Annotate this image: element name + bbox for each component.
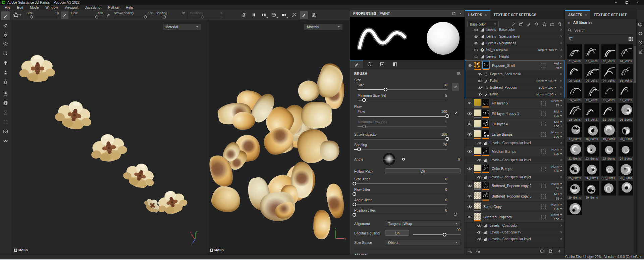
effect-blend-mode[interactable]: Sub <box>538 86 544 89</box>
remove-effect-button[interactable]: × <box>560 48 562 52</box>
tab-texture-set-settings[interactable]: TEXTURE SET SETTINGS <box>490 10 540 19</box>
asset-thumbnail[interactable] <box>567 64 582 79</box>
brush-tab[interactable] <box>350 60 363 68</box>
layer-thumbnail[interactable] <box>474 110 481 116</box>
size-row[interactable]: Size10 <box>358 82 461 92</box>
remove-effect-button[interactable]: × <box>560 55 562 58</box>
random-seed-icon[interactable] <box>453 212 458 216</box>
asset-item[interactable]: 05_Veins <box>567 64 584 83</box>
effect-opacity[interactable]: 100 <box>548 48 554 52</box>
particles-icon[interactable] <box>290 11 298 19</box>
blend-mode-dropdown[interactable]: Mul <box>554 120 559 124</box>
layer-thumbnail[interactable] <box>474 99 481 106</box>
menu-window[interactable]: Window <box>42 5 61 9</box>
asset-item[interactable] <box>619 181 636 200</box>
blend-mode-dropdown[interactable]: Norm <box>551 213 559 217</box>
layer-opacity-dropdown[interactable]: 100 <box>554 114 559 118</box>
effect-blend-mode[interactable]: Norm <box>536 92 544 96</box>
spacing-row[interactable]: Spacing20 <box>354 142 461 151</box>
layer-effect-row[interactable]: Popcorn_Shell mask× <box>465 71 564 78</box>
layer-thumbnail[interactable] <box>474 213 481 220</box>
visibility-toggle-icon[interactable] <box>467 167 472 170</box>
layer-row[interactable]: Fill layer 5Norm77 <box>465 98 565 109</box>
layer-effect-row[interactable]: Levels - Height× <box>465 53 565 60</box>
layer-opacity-dropdown[interactable]: 100 <box>554 169 559 173</box>
delete-icon[interactable] <box>557 22 562 27</box>
layer-opacity-dropdown[interactable]: 77 <box>555 103 559 107</box>
remove-effect-button[interactable]: × <box>560 92 562 96</box>
asset-thumbnail[interactable] <box>584 103 599 118</box>
blend-mode-dropdown[interactable]: Norm <box>551 147 559 151</box>
layer-opacity-dropdown[interactable]: 100 <box>554 207 559 211</box>
paint-tool-icon[interactable] <box>1 11 10 20</box>
backface-culling-toggle[interactable]: On <box>385 230 409 236</box>
visibility-toggle-icon[interactable] <box>467 133 472 136</box>
visibility-toggle-icon[interactable] <box>468 64 472 67</box>
asset-item[interactable]: 04_Veins <box>619 44 636 63</box>
layer-mask-thumbnail[interactable] <box>482 110 489 116</box>
layer-opacity-dropdown[interactable]: 35 <box>555 197 559 200</box>
dock-icon[interactable] <box>452 12 455 15</box>
layer-opacity-dropdown[interactable]: 100 <box>554 217 559 221</box>
asset-item[interactable]: 03_Veins <box>601 44 619 63</box>
layer-mask-thumbnail[interactable] <box>482 165 489 171</box>
position-jitter-row[interactable]: Position Jitter0 <box>354 208 461 217</box>
lazy-mouse-icon[interactable] <box>239 11 248 19</box>
asset-item[interactable]: 10_Veins <box>584 83 601 102</box>
layer-effect-row[interactable]: Levels - Coat specular level× <box>465 157 565 164</box>
asset-item[interactable]: 07_Veins <box>601 64 619 83</box>
visibility-toggle-icon[interactable] <box>477 93 482 96</box>
asset-item[interactable] <box>567 200 584 219</box>
viewport-2d[interactable]: Material MASK v u <box>207 20 350 255</box>
asset-item[interactable]: 02_Veins <box>584 44 601 63</box>
asset-thumbnail[interactable] <box>567 103 582 118</box>
image-resources-icon[interactable] <box>1 99 10 107</box>
effect-blend-mode[interactable]: Repl <box>538 48 545 52</box>
layer-row[interactable]: Fill layer 4 copy 1Mul100 <box>465 109 565 119</box>
asset-item[interactable]: 09_Veins <box>567 83 584 102</box>
projection-tool-icon[interactable] <box>1 30 10 39</box>
visibility-toggle-icon[interactable] <box>467 184 472 187</box>
blend-mode-dropdown[interactable]: Norm <box>551 130 559 134</box>
asset-thumbnail[interactable] <box>619 64 633 79</box>
remove-effect-button[interactable]: × <box>560 230 562 234</box>
layer-effect-row[interactable]: PaintNorm100× <box>465 91 564 98</box>
layer-mask-thumbnail[interactable] <box>483 61 489 68</box>
snapshot-icon[interactable] <box>310 11 318 19</box>
asset-thumbnail[interactable] <box>584 64 599 79</box>
layer-row[interactable]: Bump CopyNorm100 <box>465 202 565 212</box>
layer-effect-row[interactable]: Levels - Coat opacity× <box>465 229 565 236</box>
asset-thumbnail[interactable] <box>584 161 599 176</box>
update-project-icon[interactable] <box>540 249 544 253</box>
library-selector[interactable]: ▸All libraries <box>565 19 636 26</box>
visibility-toggle-icon[interactable] <box>477 231 482 234</box>
layer-opacity-dropdown[interactable]: 100 <box>554 135 559 138</box>
effect-blend-mode[interactable]: Norm <box>536 79 544 83</box>
layer-row[interactable]: Large BumpsNorm100 <box>465 129 565 140</box>
layer-mask-thumbnail[interactable] <box>482 120 489 127</box>
layer-opacity-dropdown[interactable]: 100 <box>554 152 559 156</box>
popcorn-3d-model[interactable] <box>11 20 207 255</box>
asset-thumbnail[interactable] <box>601 142 616 157</box>
layer-effect-row[interactable]: Shsl_perceptiveRepl100× <box>465 47 565 53</box>
asset-item[interactable]: 24_Burns <box>619 142 636 161</box>
effect-opacity[interactable]: 100 <box>548 86 553 89</box>
display-settings-icon[interactable] <box>638 22 643 27</box>
asset-thumbnail[interactable] <box>584 122 599 137</box>
symmetry-icon[interactable] <box>260 11 268 19</box>
toolbar-flow-group[interactable]: Flow100 <box>71 11 103 18</box>
asset-thumbnail[interactable] <box>567 83 582 98</box>
visibility-toggle-icon[interactable] <box>477 224 482 227</box>
flow-pressure-toggle[interactable] <box>453 111 459 115</box>
visibility-toggle-icon[interactable] <box>467 205 472 208</box>
asset-item[interactable]: 29_Burns <box>567 181 584 200</box>
toolbar-stroke-opacity-group[interactable]: Stroke opacity100 <box>114 11 153 18</box>
layer-effect-row[interactable]: Levels - Roughness× <box>465 40 565 47</box>
asset-thumbnail[interactable] <box>601 122 616 137</box>
layer-row[interactable]: Buttered_Popcorn copy 3Mul35 <box>465 191 565 202</box>
eraser-tool-icon[interactable] <box>1 21 10 30</box>
add-fill-layer-icon[interactable] <box>534 22 539 27</box>
geometry-mask-tool-icon[interactable] <box>1 49 10 58</box>
remove-effect-button[interactable]: × <box>560 237 562 241</box>
stamp-tool-icon[interactable] <box>1 68 10 77</box>
